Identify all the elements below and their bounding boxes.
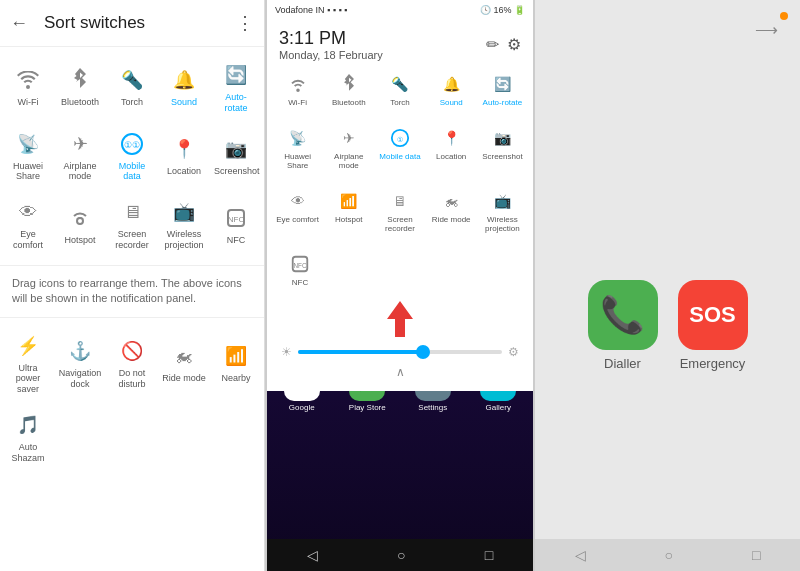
quick-date: Monday, 18 February xyxy=(279,49,383,61)
switch-location[interactable]: 📍 Location xyxy=(160,124,208,189)
q-sound-icon: 🔔 xyxy=(439,72,463,96)
donotdisturb-icon: 🚫 xyxy=(118,337,146,365)
switch-torch[interactable]: 🔦 Torch xyxy=(108,55,156,120)
huaweishare-label: Huawei Share xyxy=(6,161,50,183)
quick-grid-row1: Wi-Fi Bluetooth 🔦 Torch 🔔 Sound 🔄 Auto-r… xyxy=(267,63,533,117)
switch-nearby[interactable]: 📶 Nearby xyxy=(212,326,260,401)
phone-home-button[interactable]: ○ xyxy=(397,547,405,563)
brightness-min-icon: ☀ xyxy=(281,345,292,359)
q-ridemode[interactable]: 🏍 Ride mode xyxy=(427,184,476,239)
q-mobiledata[interactable]: ① Mobile data xyxy=(375,121,424,176)
switch-wirelessprojection[interactable]: 📺 Wireless projection xyxy=(160,192,208,257)
q-nfc-icon: NFC xyxy=(288,252,312,276)
q-wirelessprojection[interactable]: 📺 Wireless projection xyxy=(478,184,527,239)
switch-wifi[interactable]: Wi-Fi xyxy=(4,55,52,120)
q-hotspot[interactable]: 📶 Hotspot xyxy=(324,184,373,239)
navdock-icon: ⚓ xyxy=(66,337,94,365)
q-wifi-label: Wi-Fi xyxy=(288,98,307,108)
switch-bluetooth[interactable]: Bluetooth xyxy=(56,55,104,120)
brightness-fill xyxy=(298,350,420,354)
nfc-icon: NFC xyxy=(222,204,250,232)
eyecomfort-icon: 👁 xyxy=(14,198,42,226)
phone-back-button[interactable]: ◁ xyxy=(307,547,318,563)
ultrapowersaver-label: Ultra power saver xyxy=(6,363,50,395)
settings-icon[interactable]: ⚙ xyxy=(507,35,521,54)
svg-text:①: ① xyxy=(397,134,403,143)
q-screenshot-label: Screenshot xyxy=(482,152,522,162)
switch-airplane[interactable]: ✈ Airplane mode xyxy=(56,124,104,189)
dialer-icon: 📞 xyxy=(588,280,658,350)
q-wifi[interactable]: Wi-Fi xyxy=(273,67,322,113)
right-home-button[interactable]: ○ xyxy=(665,547,673,563)
quick-panel-chevron[interactable]: ∧ xyxy=(267,365,533,379)
q-nfc[interactable]: NFC NFC xyxy=(273,247,327,293)
drag-hint-text: Drag icons to rearrange them. The above … xyxy=(0,265,264,318)
switch-screenshot[interactable]: 📷 Screenshot xyxy=(212,124,260,189)
more-options-button[interactable]: ⋮ xyxy=(236,12,254,34)
forward-icon: ⟶ xyxy=(755,20,778,39)
brightness-thumb[interactable] xyxy=(416,345,430,359)
svg-marker-9 xyxy=(387,301,413,337)
q-torch-label: Torch xyxy=(390,98,410,108)
q-wifi-icon xyxy=(286,72,310,96)
location-icon: 📍 xyxy=(170,135,198,163)
quick-settings-panel: Vodafone IN ▪ ▪ ▪ ▪ 🕓 16% 🔋 3:11 PM Mond… xyxy=(267,0,533,391)
q-location-icon: 📍 xyxy=(439,126,463,150)
switch-navdock[interactable]: ⚓ Navigation dock xyxy=(56,326,104,401)
q-bluetooth-icon xyxy=(337,72,361,96)
switch-hotspot[interactable]: Hotspot xyxy=(56,192,104,257)
q-hotspot-label: Hotspot xyxy=(335,215,363,225)
hotspot-icon xyxy=(66,204,94,232)
q-location[interactable]: 📍 Location xyxy=(427,121,476,176)
switch-donotdisturb[interactable]: 🚫 Do not disturb xyxy=(108,326,156,401)
q-sound[interactable]: 🔔 Sound xyxy=(427,67,476,113)
q-airplane[interactable]: ✈ Airplane mode xyxy=(324,121,373,176)
wirelessprojection-icon: 📺 xyxy=(170,198,198,226)
switch-ridemode[interactable]: 🏍 Ride mode xyxy=(160,326,208,401)
q-huaweishare[interactable]: 📡 Huawei Share xyxy=(273,121,322,176)
switch-autoshazam[interactable]: 🎵 Auto Shazam xyxy=(4,405,52,470)
autorotate-icon: 🔄 xyxy=(222,61,250,89)
screenshot-label: Screenshot xyxy=(214,166,258,177)
q-airplane-label: Airplane mode xyxy=(326,152,371,171)
wifi-icon xyxy=(14,66,42,94)
q-eyecomfort[interactable]: 👁 Eye comfort xyxy=(273,184,322,239)
dialer-label: Dialler xyxy=(604,356,641,371)
location-label: Location xyxy=(167,166,201,177)
phone-recents-button[interactable]: □ xyxy=(485,547,493,563)
q-huaweishare-label: Huawei Share xyxy=(275,152,320,171)
switch-mobiledata[interactable]: ①① Mobile data xyxy=(108,124,156,189)
back-button[interactable]: ← xyxy=(10,13,28,34)
switch-sound[interactable]: 🔔 Sound xyxy=(160,55,208,120)
q-mobiledata-label: Mobile data xyxy=(379,152,420,162)
switch-nfc[interactable]: NFC NFC xyxy=(212,192,260,257)
edit-icon[interactable]: ✏ xyxy=(486,35,499,54)
q-autorotate[interactable]: 🔄 Auto-rotate xyxy=(478,67,527,113)
top-switches-grid: Wi-Fi Bluetooth 🔦 Torch 🔔 Sound 🔄 Auto-r… xyxy=(0,47,264,265)
q-screenrecorder[interactable]: 🖥 Screen recorder xyxy=(375,184,424,239)
brightness-track[interactable] xyxy=(298,350,502,354)
right-recents-button[interactable]: □ xyxy=(752,547,760,563)
carrier-text: Vodafone IN ▪ ▪ ▪ ▪ xyxy=(275,5,347,15)
q-bluetooth[interactable]: Bluetooth xyxy=(324,67,373,113)
switch-ultrapowersaver[interactable]: ⚡ Ultra power saver xyxy=(4,326,52,401)
sos-icon: SOS xyxy=(678,280,748,350)
screenrecorder-icon: 🖥 xyxy=(118,198,146,226)
nearby-icon: 📶 xyxy=(222,342,250,370)
autoshazam-icon: 🎵 xyxy=(14,411,42,439)
q-location-label: Location xyxy=(436,152,466,162)
switch-eyecomfort[interactable]: 👁 Eye comfort xyxy=(4,192,52,257)
switch-autorotate[interactable]: 🔄 Auto-rotate xyxy=(212,55,260,120)
emergency-app[interactable]: SOS Emergency xyxy=(678,280,748,371)
switch-huaweishare[interactable]: 📡 Huawei Share xyxy=(4,124,52,189)
eyecomfort-label: Eye comfort xyxy=(6,229,50,251)
dialer-app[interactable]: 📞 Dialler xyxy=(588,280,658,371)
q-torch[interactable]: 🔦 Torch xyxy=(375,67,424,113)
left-panel: ← Sort switches ⋮ Wi-Fi Bluetooth 🔦 Torc… xyxy=(0,0,265,571)
torch-icon: 🔦 xyxy=(118,66,146,94)
q-screenshot-icon: 📷 xyxy=(490,126,514,150)
q-screenshot[interactable]: 📷 Screenshot xyxy=(478,121,527,176)
switch-screenrecorder[interactable]: 🖥 Screen recorder xyxy=(108,192,156,257)
q-torch-icon: 🔦 xyxy=(388,72,412,96)
right-back-button[interactable]: ◁ xyxy=(575,547,586,563)
